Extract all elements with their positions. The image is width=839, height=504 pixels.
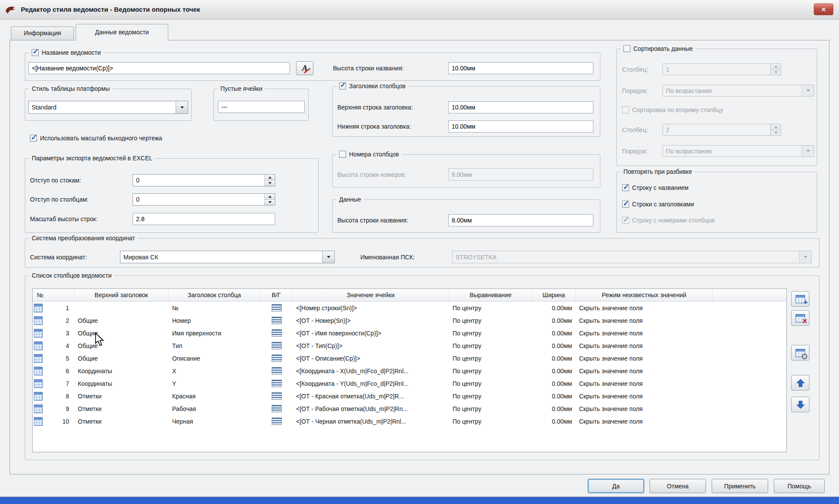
dialog-window: Редактор стиля ведомости - Ведомости опо… [0,0,839,497]
cell-value: <[ОТ - Красная отметка(Uds_m|P2|R... [293,393,449,400]
report-name-input[interactable] [28,62,290,74]
row-number: 6 [66,368,69,375]
header-column-header[interactable]: Заголовок столбца [169,289,260,301]
coord-system-combo[interactable]: Мировая СК [120,251,335,263]
table-row[interactable]: 10 Отметки Черная <[ОТ - Черная отметка(… [33,415,786,428]
sort-column1-spinner: 1 [663,63,781,75]
orientation-icon [272,380,282,387]
columns-table[interactable]: № Верхний заголовок Заголовок столбца В/… [32,288,787,452]
table-row[interactable]: 6 Координаты X <[Координата - X(Uds_m|Fc… [33,365,786,377]
row-number: 5 [66,355,69,362]
row-handle-icon[interactable] [34,342,43,350]
table-row[interactable]: 7 Координаты Y <[Координата - Y(Uds_m|Fc… [33,377,786,390]
spin-up-icon[interactable] [265,194,275,200]
row-handle-icon[interactable] [34,405,43,413]
cell-column-header: Описание [169,355,260,362]
column-headers-checkbox[interactable] [339,83,346,90]
table-row[interactable]: 4 Общие Тип <[ОТ - Тип(Ср)]> По центру 0… [33,339,786,352]
screen: Редактор стиля ведомости - Ведомости опо… [0,0,839,504]
chevron-down-icon[interactable] [322,251,334,263]
table-row[interactable]: 3 Общие Имя прверхности <[ОТ - Имя повер… [33,327,786,339]
columns-table-header[interactable]: № Верхний заголовок Заголовок столбца В/… [33,289,786,302]
cell-alignment: По центру [449,418,533,425]
coord-system-field-label: Система координат: [30,251,87,263]
cancel-button[interactable]: Отмена [649,479,706,493]
cell-alignment: По центру [449,405,533,412]
row-handle-icon[interactable] [34,354,43,363]
column-headers-check[interactable]: Заголовки столбцов [339,82,406,90]
table-row[interactable]: 1 № <[Номер строки(Sn)]> По центру 0.00м… [33,302,786,314]
row-handle-icon[interactable] [34,367,43,375]
tab-information[interactable]: Информация [11,27,74,40]
repeat-numbers-row-label: Строку с номерами столбцов [632,217,715,224]
delete-column-button[interactable]: ✕ [791,310,809,326]
column-numbers-label: Номера столбцов [349,150,399,159]
help-button[interactable]: Помощь [774,479,825,493]
use-output-scale-checkbox[interactable] [30,135,37,142]
table-row[interactable]: 2 Общие Номер <[ОТ - Номер(Sn)]> По цент… [33,314,786,327]
second-sort-checkbox [622,106,629,113]
header-cell-value[interactable]: Значение ячейки [293,289,449,301]
row-handle-icon[interactable] [34,417,43,426]
add-column-button[interactable]: + [791,291,809,307]
font-button[interactable]: A [296,61,313,75]
cell-column-header: X [169,368,260,375]
header-num[interactable]: № [33,289,74,301]
cell-width: 0.00мм [533,393,576,400]
sorting-checkbox[interactable] [623,45,630,52]
bottom-header-row-input[interactable] [448,120,593,133]
title-bar[interactable]: Редактор стиля ведомости - Ведомости опо… [0,0,839,20]
name-row-height-input[interactable] [448,62,593,74]
table-row[interactable]: 9 Отметки Рабочая <[ОТ - Рабочая отметка… [33,402,786,415]
header-width[interactable]: Ширина [533,289,576,301]
ok-button[interactable]: Да [588,479,644,493]
tab-report-data[interactable]: Данные ведомости [76,24,168,40]
header-orientation[interactable]: В/Г [260,289,293,301]
row-handle-icon[interactable] [34,392,43,401]
cell-value: <[Координата - X(Uds_m|Fco_d|P2|Rnl... [293,368,449,375]
cell-value: <[ОТ - Имя поверхности(Ср)]> [293,330,449,337]
apply-button[interactable]: Применить [712,479,768,493]
report-name-check[interactable]: Название ведомости [32,48,101,57]
spin-up-icon[interactable] [265,175,275,181]
column-numbers-check[interactable]: Номера столбцов [339,150,399,159]
column-numbers-checkbox[interactable] [339,151,346,158]
repeat-header-rows-checkbox[interactable] [622,201,629,208]
row-handle-icon[interactable] [34,329,43,338]
spin-down-icon[interactable] [265,181,275,186]
header-alignment[interactable]: Выравнивание [449,289,533,301]
height-scale-input[interactable] [133,213,275,225]
move-up-button[interactable] [791,375,809,391]
row-handle-icon[interactable] [34,379,43,388]
row-handle-icon[interactable] [34,316,43,325]
cell-width: 0.00мм [533,368,576,375]
spin-down-icon[interactable] [265,200,275,206]
column-properties-button[interactable] [791,345,809,361]
rows-offset-spinner[interactable]: 0 [133,174,275,186]
empty-cells-input[interactable] [218,101,305,113]
background-window-strip [0,497,839,504]
sorting-check[interactable]: Сортировать данные [623,44,693,53]
header-unknown-mode[interactable]: Режим неизвестных значений [576,289,713,301]
repeat-name-row-checkbox[interactable] [622,184,629,191]
chevron-down-icon[interactable] [176,101,188,113]
sort-order2-combo: По возрастанию [663,145,814,157]
platform-style-combo[interactable]: Standard [28,101,188,114]
data-row-height-input[interactable] [448,214,593,226]
top-header-row-input[interactable] [448,101,593,113]
named-ucs-combo: STROYSETKA [452,251,812,263]
repeat-header-rows-check[interactable]: Строки с заголовками [622,201,694,208]
use-output-scale-check[interactable]: Использовать масштаб выходного чертежа [30,135,162,142]
table-row[interactable]: 5 Общие Описание <[ОТ - Описание(Ср)]> П… [33,352,786,365]
close-button[interactable]: ✕ [814,3,833,15]
move-down-button[interactable] [791,397,809,412]
header-top-header[interactable]: Верхний заголовок [74,289,169,301]
repeat-name-row-check[interactable]: Строку с названием [622,184,689,191]
row-handle-icon[interactable] [34,304,43,312]
repeat-on-split-label: Повторять при разбивке [623,167,692,176]
table-row[interactable]: 8 Отметки Красная <[ОТ - Красная отметка… [33,390,786,402]
sort-column2-label: Столбец: [622,124,648,136]
report-name-checkbox[interactable] [32,49,39,56]
orientation-icon [272,392,282,400]
cols-offset-spinner[interactable]: 0 [133,193,275,206]
